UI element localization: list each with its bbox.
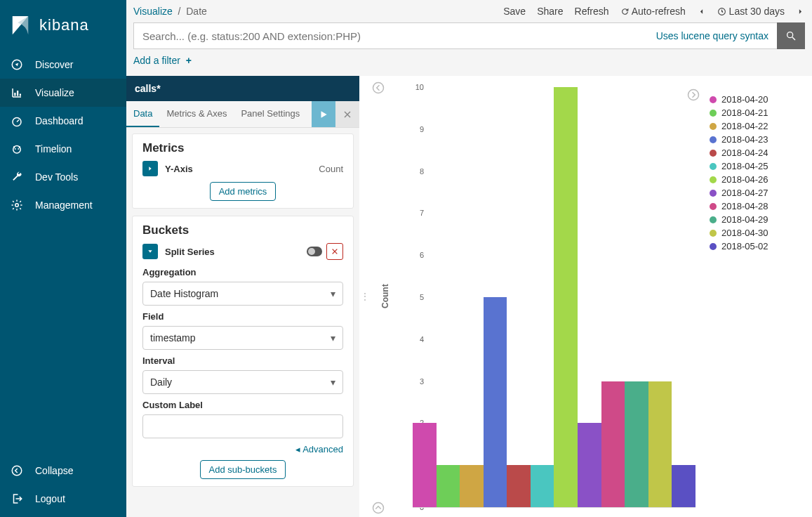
bar[interactable] bbox=[578, 423, 601, 507]
split-enable-toggle[interactable] bbox=[307, 247, 322, 256]
bar[interactable] bbox=[507, 465, 531, 507]
legend-item[interactable]: 2018-04-22 bbox=[710, 121, 801, 131]
svg-point-6 bbox=[15, 148, 16, 150]
tab-data[interactable]: Data bbox=[126, 101, 159, 127]
split-toggle[interactable] bbox=[142, 244, 158, 259]
sidebar: kibana DiscoverVisualizeDashboardTimelio… bbox=[0, 0, 126, 517]
legend-dot-icon bbox=[710, 163, 717, 170]
clock-icon bbox=[717, 7, 726, 16]
search-button[interactable] bbox=[777, 22, 805, 49]
tab-panel-settings[interactable]: Panel Settings bbox=[234, 101, 307, 127]
legend-item[interactable]: 2018-04-24 bbox=[710, 148, 801, 158]
legend-label: 2018-04-27 bbox=[721, 188, 768, 198]
interval-label: Interval bbox=[142, 355, 343, 366]
nav-item-collapse[interactable]: Collapse bbox=[0, 457, 126, 485]
svg-rect-2 bbox=[17, 91, 18, 96]
legend-label: 2018-04-20 bbox=[721, 94, 768, 105]
legend-label: 2018-04-23 bbox=[721, 134, 768, 145]
buckets-title: Buckets bbox=[142, 223, 343, 237]
advanced-toggle[interactable]: ◂ Advanced bbox=[142, 444, 343, 454]
compass-icon bbox=[10, 58, 24, 72]
nav-item-timelion[interactable]: Timelion bbox=[0, 135, 126, 163]
bar[interactable] bbox=[531, 465, 554, 507]
bar[interactable] bbox=[460, 465, 484, 507]
resize-handle[interactable]: ⋮ bbox=[359, 76, 371, 517]
legend-item[interactable]: 2018-04-26 bbox=[710, 174, 801, 185]
run-button[interactable] bbox=[312, 101, 335, 127]
bar[interactable] bbox=[437, 465, 460, 507]
search-input[interactable] bbox=[133, 22, 648, 49]
legend-label: 2018-04-25 bbox=[721, 161, 768, 171]
yaxis-agg-value: Count bbox=[319, 164, 343, 174]
editor-panel: calls* Data Metrics & Axes Panel Setting… bbox=[126, 76, 359, 517]
bar[interactable] bbox=[601, 381, 625, 507]
discard-button[interactable] bbox=[335, 101, 359, 127]
add-metrics-button[interactable]: Add metrics bbox=[210, 182, 277, 201]
search-hint[interactable]: Uses lucene query syntax bbox=[648, 22, 777, 49]
interval-select[interactable]: Daily bbox=[142, 370, 343, 394]
filter-bar: Add a filter + bbox=[126, 51, 812, 76]
legend-dot-icon bbox=[710, 123, 717, 130]
chevron-left-icon bbox=[697, 7, 706, 16]
svg-rect-1 bbox=[14, 93, 15, 96]
bar[interactable] bbox=[484, 297, 507, 507]
remove-bucket-button[interactable] bbox=[326, 243, 343, 260]
save-action[interactable]: Save bbox=[503, 6, 526, 17]
legend-item[interactable]: 2018-04-29 bbox=[710, 214, 801, 225]
legend-item[interactable]: 2018-04-25 bbox=[710, 161, 801, 171]
tab-metrics-axes[interactable]: Metrics & Axes bbox=[159, 101, 234, 127]
nav-label: Collapse bbox=[35, 465, 73, 476]
legend-item[interactable]: 2018-04-27 bbox=[710, 188, 801, 198]
add-filter-button[interactable]: Add a filter + bbox=[133, 55, 192, 66]
legend-item[interactable]: 2018-04-23 bbox=[710, 134, 801, 145]
legend-dot-icon bbox=[710, 190, 717, 197]
refresh-action[interactable]: Refresh bbox=[575, 6, 609, 17]
auto-refresh-action[interactable]: Auto-refresh bbox=[620, 6, 686, 17]
nav-item-discover[interactable]: Discover bbox=[0, 51, 126, 79]
bar[interactable] bbox=[554, 87, 578, 507]
legend-dot-icon bbox=[710, 216, 717, 223]
legend-dot-icon bbox=[710, 136, 717, 143]
nav-label: Timelion bbox=[35, 143, 72, 155]
chevron-right-icon bbox=[796, 7, 805, 16]
nav-item-management[interactable]: Management bbox=[0, 191, 126, 219]
logout-icon bbox=[10, 492, 24, 506]
nav-item-dev-tools[interactable]: Dev Tools bbox=[0, 163, 126, 191]
nav-item-dashboard[interactable]: Dashboard bbox=[0, 107, 126, 135]
bar[interactable] bbox=[648, 381, 672, 507]
caret-left-icon: ◂ bbox=[295, 444, 300, 454]
add-sub-buckets-button[interactable]: Add sub-buckets bbox=[200, 460, 286, 479]
legend-item[interactable]: 2018-04-28 bbox=[710, 201, 801, 211]
field-label: Field bbox=[142, 311, 343, 322]
legend-item[interactable]: 2018-05-02 bbox=[710, 241, 801, 251]
time-next-button[interactable] bbox=[796, 7, 805, 16]
field-select[interactable]: timestamp bbox=[142, 326, 343, 350]
bar[interactable] bbox=[625, 381, 648, 507]
legend-dot-icon bbox=[710, 230, 717, 237]
legend-dot-icon bbox=[710, 150, 717, 157]
y-axis-title: Count bbox=[378, 83, 393, 510]
svg-point-7 bbox=[18, 148, 19, 150]
custom-label-input[interactable] bbox=[142, 414, 343, 438]
legend-label: 2018-04-26 bbox=[721, 174, 768, 185]
nav-item-visualize[interactable]: Visualize bbox=[0, 79, 126, 107]
aggregation-select[interactable]: Date Histogram bbox=[142, 282, 343, 306]
breadcrumb-root[interactable]: Visualize bbox=[133, 6, 173, 17]
legend-item[interactable]: 2018-04-21 bbox=[710, 107, 801, 118]
legend-item[interactable]: 2018-04-20 bbox=[710, 94, 801, 105]
nav-label: Dashboard bbox=[35, 115, 84, 126]
content-row: calls* Data Metrics & Axes Panel Setting… bbox=[126, 76, 812, 517]
nav-bottom: CollapseLogout bbox=[0, 457, 126, 513]
legend-item[interactable]: 2018-04-30 bbox=[710, 228, 801, 238]
metrics-title: Metrics bbox=[142, 141, 343, 155]
svg-point-9 bbox=[12, 466, 22, 476]
yaxis-toggle[interactable] bbox=[142, 161, 158, 176]
bar[interactable] bbox=[413, 423, 437, 507]
time-range-picker[interactable]: Last 30 days bbox=[717, 6, 785, 17]
legend-dot-icon bbox=[710, 96, 717, 103]
share-action[interactable]: Share bbox=[537, 6, 563, 17]
time-prev-button[interactable] bbox=[697, 7, 706, 16]
legend-dot-icon bbox=[710, 176, 717, 183]
bar[interactable] bbox=[672, 465, 695, 507]
nav-item-logout[interactable]: Logout bbox=[0, 485, 126, 513]
